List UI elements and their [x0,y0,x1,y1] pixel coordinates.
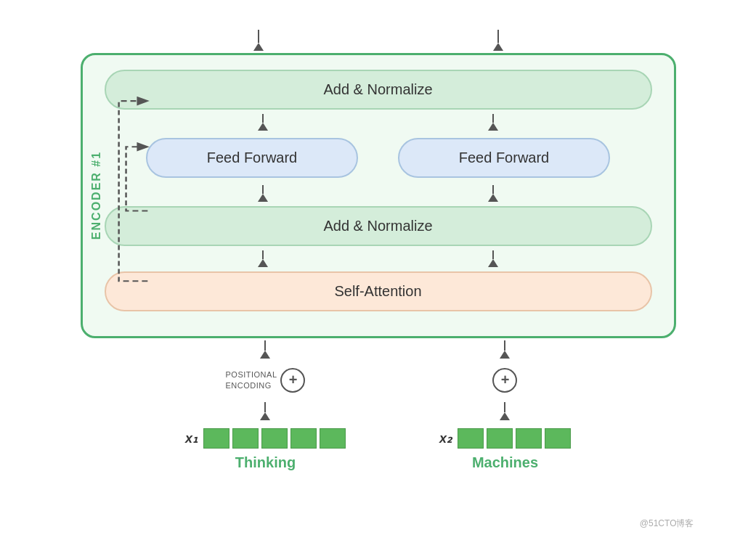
embed-cell-7 [487,428,513,449]
encoder-box: ENCODER #1 Add & Normalize Feed Forward … [81,53,676,338]
self-attention-box: Self-Attention [105,271,652,311]
arrow-selfattn-to-plus-right [500,340,510,359]
two-arrows-top [105,112,652,133]
embed-cell-2 [232,428,259,449]
diagram-container: ENCODER #1 Add & Normalize Feed Forward … [52,13,705,536]
arrow-plus-to-embed-right [500,402,510,420]
arrow-ff-to-addnorm-right [488,185,498,202]
input-col-right: + x₂ Machines [439,338,571,471]
arrow-to-ff-left [258,114,268,131]
plus-circle-right: + [492,368,517,393]
feed-forward-right-box: Feed Forward [398,138,609,178]
input-label-right: x₂ [439,430,452,446]
encoder-label: ENCODER #1 [90,151,103,240]
positional-encoding-label: POSITIONALENCODING [225,369,276,390]
top-arrows-row [81,28,676,53]
arrow-addnorm-to-selfattn-right [488,250,498,267]
arrow-plus-to-embed-left [260,402,270,420]
word-label-right: Machines [472,454,538,471]
word-label-left: Thinking [235,454,296,471]
feed-forward-row: Feed Forward Feed Forward [105,138,652,178]
arrow-addnorm-to-selfattn-left [258,250,268,267]
input-label-left: x₁ [185,430,198,446]
watermark: @51CTO博客 [640,518,694,530]
embed-cell-4 [290,428,317,449]
plus-circle-left: + [280,368,305,393]
embedding-row-left: x₁ [185,428,346,449]
arrow-to-ff-right [488,114,498,131]
feed-forward-left-box: Feed Forward [146,138,357,178]
arrow-selfattn-to-plus-left [260,340,270,359]
top-arrow-right [493,28,503,53]
two-arrows-bottom [105,248,652,269]
embed-cell-9 [545,428,571,449]
arrow-ff-to-addnorm-left [258,185,268,202]
pos-enc-row-left: POSITIONALENCODING + [225,367,305,394]
bottom-section: POSITIONALENCODING + x₁ Thinking [81,338,676,471]
two-arrows-mid [105,183,652,204]
input-col-left: POSITIONALENCODING + x₁ Thinking [185,338,346,471]
embed-cell-1 [203,428,229,449]
embedding-row-right: x₂ [439,428,571,449]
top-arrow-left [253,28,264,53]
embed-cell-5 [320,428,346,449]
embed-cell-8 [516,428,542,449]
add-normalize-bottom-box: Add & Normalize [105,206,652,246]
add-normalize-top-box: Add & Normalize [105,70,652,110]
embed-cell-6 [458,428,484,449]
embed-cell-3 [261,428,288,449]
